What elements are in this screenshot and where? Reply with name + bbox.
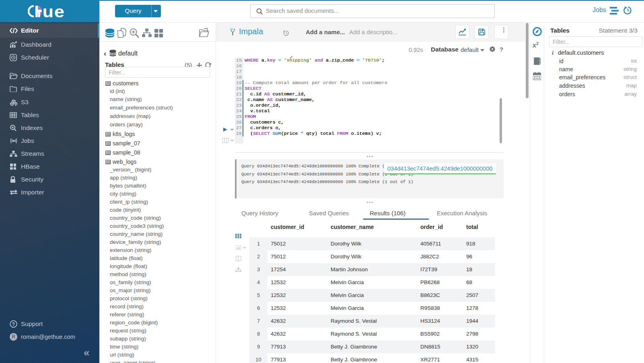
svg-text:?: ?: [12, 322, 15, 327]
svg-text:ue: ue: [43, 5, 65, 18]
